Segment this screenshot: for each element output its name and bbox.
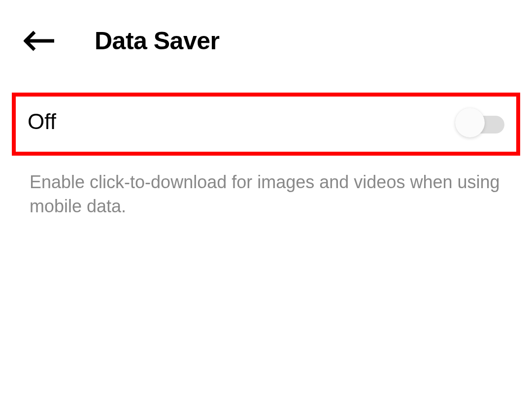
toggle-label: Off: [28, 109, 56, 134]
page-title: Data Saver: [95, 27, 220, 55]
back-button[interactable]: [24, 30, 55, 52]
data-saver-toggle[interactable]: [457, 112, 504, 132]
toggle-thumb: [455, 108, 485, 137]
arrow-left-icon: [24, 30, 55, 52]
header: Data Saver: [0, 0, 532, 75]
data-saver-toggle-row[interactable]: Off: [12, 93, 520, 156]
setting-description: Enable click-to-download for images and …: [0, 156, 532, 218]
